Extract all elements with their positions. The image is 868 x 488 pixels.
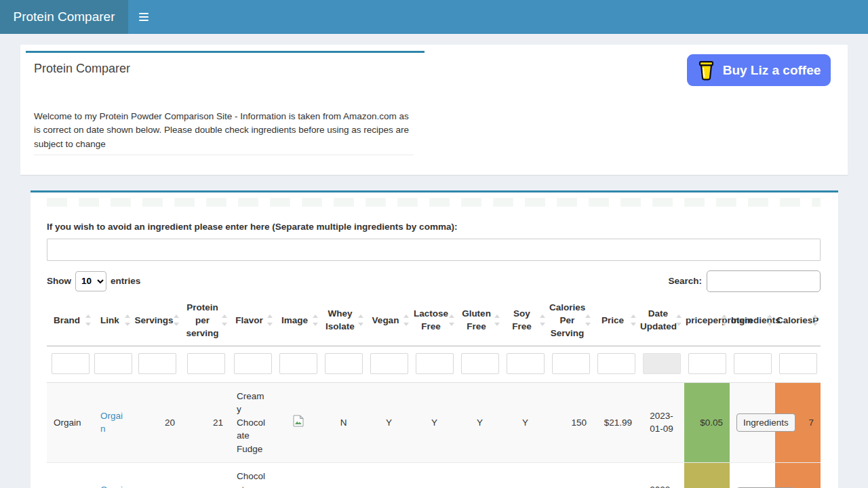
column-header-soy-free[interactable]: Soy Free: [502, 296, 548, 346]
cell-servings: 20: [133, 382, 182, 463]
cell-image: [275, 463, 321, 488]
filter-calories-input[interactable]: [552, 353, 590, 374]
cell-price: $26.19: [593, 463, 639, 488]
welcome-text: Welcome to my Protein Powder Comparison …: [34, 110, 414, 155]
coffee-cup-icon: [697, 59, 715, 81]
filter-servings-input[interactable]: [138, 353, 176, 374]
cell-date-updated: 2023-01-09: [639, 463, 684, 488]
show-label: Show: [47, 276, 71, 286]
header-row: Brand Link Servings Protein per serving …: [47, 296, 821, 346]
cell-brand: Orgain: [47, 382, 94, 463]
filter-lactose-free-input[interactable]: [416, 353, 454, 374]
hamburger-icon: [139, 13, 149, 14]
search-label: Search:: [668, 276, 702, 286]
filter-date-updated-input: [643, 353, 681, 374]
column-header-priceperprotein[interactable]: priceperprotein: [684, 296, 730, 346]
filter-flavor-input[interactable]: [234, 353, 272, 374]
broken-image-icon: [293, 415, 304, 427]
column-header-lactose-free[interactable]: Lactose Free: [412, 296, 457, 346]
cell-flavor: Chocolate Coconut: [230, 463, 275, 488]
cell-whey-isolate: N: [321, 382, 366, 463]
filter-whey-isolate-input[interactable]: [325, 353, 363, 374]
column-header-gluten-free[interactable]: Gluten Free: [457, 296, 502, 346]
column-header-protein-per-serving[interactable]: Protein per serving: [182, 296, 230, 346]
cell-priceperprotein: $0.05: [684, 382, 730, 463]
filter-brand-input[interactable]: [52, 353, 90, 374]
cell-vegan: Y: [366, 382, 412, 463]
filter-vegan-input[interactable]: [370, 353, 408, 374]
search-input[interactable]: [707, 270, 821, 292]
cell-gluten-free: Y: [457, 463, 502, 488]
column-header-vegan[interactable]: Vegan: [366, 296, 412, 346]
cell-lactose-free: Y: [412, 382, 457, 463]
cell-date-updated: 2023-01-09: [639, 382, 684, 463]
cell-servings: 20: [133, 463, 182, 488]
table-row: Orgain Orgain 20 21 Creamy Chocolate Fud…: [47, 382, 821, 463]
table-row: Orgain Orgain 20 21 Chocolate Coconut N …: [47, 463, 821, 488]
cell-link: Orgain: [94, 382, 133, 463]
filter-link-input[interactable]: [94, 353, 132, 374]
page-title: Protein Comparer: [34, 62, 416, 76]
cell-flavor: Creamy Chocolate Fudge: [230, 382, 275, 463]
cell-soy-free: Y: [502, 382, 548, 463]
buy-coffee-button[interactable]: Buy Liz a coffee: [687, 54, 831, 86]
column-header-ingredients[interactable]: Ingredients: [730, 296, 775, 346]
cell-link: Orgain: [94, 463, 133, 488]
cell-calories: 150: [548, 382, 593, 463]
cell-protein: 21: [182, 382, 230, 463]
column-header-date-updated[interactable]: Date Updated: [639, 296, 684, 346]
cell-calories: 150: [548, 463, 593, 488]
filter-image-input[interactable]: [279, 353, 317, 374]
cell-brand: Orgain: [47, 463, 94, 488]
column-header-calories-per-serving[interactable]: Calories Per Serving: [548, 296, 593, 346]
app-title[interactable]: Protein Comparer: [0, 0, 128, 34]
cell-price: $21.99: [593, 382, 639, 463]
cell-soy-free: Y: [502, 463, 548, 488]
filter-gluten-free-input[interactable]: [461, 353, 499, 374]
page-length-select[interactable]: 10: [75, 271, 106, 291]
cell-protein: 21: [182, 463, 230, 488]
ingredients-button[interactable]: Ingredients: [736, 413, 795, 432]
clipped-column-buttons-strip: [47, 198, 821, 207]
column-header-brand[interactable]: Brand: [47, 296, 94, 346]
intro-panel: Protein Comparer Welcome to my Protein P…: [20, 45, 848, 175]
cell-ingredients: Ingredients: [730, 382, 775, 463]
table-controls: Show 10 entries Search:: [47, 270, 821, 292]
filter-ingredients-input[interactable]: [734, 353, 772, 374]
avoid-ingredient-label: If you wish to avoid an ingredient pleas…: [47, 221, 821, 234]
column-filter-row: [47, 346, 821, 382]
column-header-caloriesperprotein[interactable]: CaloriesP: [775, 296, 821, 346]
navbar: Protein Comparer: [0, 0, 868, 34]
cell-lactose-free: Y: [412, 463, 457, 488]
filter-caloriesperprotein-input[interactable]: [779, 353, 817, 374]
comparison-panel: If you wish to avoid an ingredient pleas…: [31, 190, 838, 488]
column-header-link[interactable]: Link: [94, 296, 133, 346]
cell-priceperprotein: $0.06: [684, 463, 730, 488]
search-control: Search:: [668, 270, 821, 292]
product-link[interactable]: Orgain: [100, 485, 123, 488]
filter-soy-free-input[interactable]: [507, 353, 545, 374]
cell-ingredients: Ingredients: [730, 463, 775, 488]
intro-box: Protein Comparer Welcome to my Protein P…: [26, 51, 425, 155]
cell-vegan: Y: [366, 463, 412, 488]
entries-label: entries: [111, 276, 140, 286]
product-link[interactable]: Orgain: [100, 411, 123, 434]
avoid-ingredient-input[interactable]: [47, 239, 821, 261]
cell-whey-isolate: N: [321, 463, 366, 488]
filter-price-input[interactable]: [597, 353, 635, 374]
filter-protein-input[interactable]: [187, 353, 225, 374]
filter-priceperprotein-input[interactable]: [688, 353, 726, 374]
entries-length-control: Show 10 entries: [47, 271, 140, 291]
hamburger-menu-button[interactable]: [128, 0, 159, 34]
cell-caloriesperprotein: 7: [775, 463, 821, 488]
buy-coffee-label: Buy Liz a coffee: [723, 63, 821, 78]
column-header-price[interactable]: Price: [593, 296, 639, 346]
column-header-flavor[interactable]: Flavor: [230, 296, 275, 346]
protein-table: Brand Link Servings Protein per serving …: [47, 296, 821, 488]
column-header-servings[interactable]: Servings: [133, 296, 182, 346]
column-header-image[interactable]: Image: [275, 296, 321, 346]
column-header-whey-isolate[interactable]: Whey Isolate: [321, 296, 366, 346]
cell-image: [275, 382, 321, 463]
cell-gluten-free: Y: [457, 382, 502, 463]
